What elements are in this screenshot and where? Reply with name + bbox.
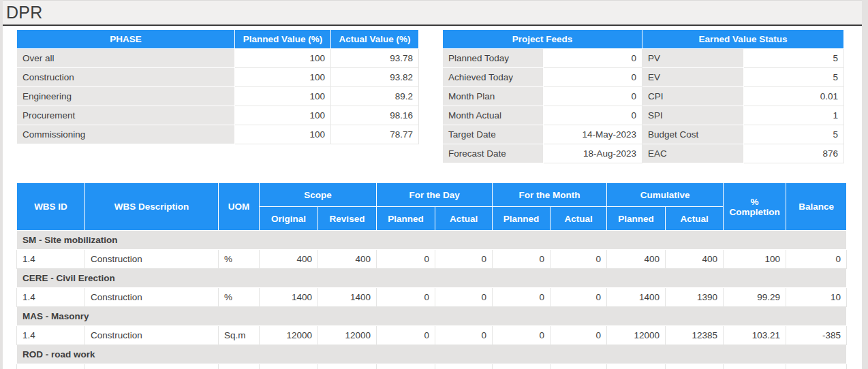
empty-cell — [607, 364, 666, 369]
wbs-header-row-groups: WBS ID WBS Description UOM Scope For the… — [17, 183, 847, 207]
wbs-data-row: 1.4 Construction % 400 400 0 0 0 0 400 4… — [17, 250, 847, 269]
ev-label-cell: Budget Cost — [642, 125, 744, 144]
ev-label-cell: EV — [642, 68, 744, 87]
feed-value-cell: 0 — [544, 49, 642, 68]
wbs-group-name: SM - Site mobilization — [17, 231, 847, 250]
uom-cell: Sq.m — [219, 326, 260, 345]
uom-cell: % — [219, 288, 260, 307]
cumulative-actual-cell: 400 — [666, 250, 724, 269]
for-the-day-column-header: For the Day — [377, 183, 493, 207]
wbs-data-row: 1.4 Construction % 1400 1400 0 0 0 0 140… — [17, 288, 847, 307]
pct-completion-cell: 100 — [724, 250, 786, 269]
phase-table: PHASE Planned Value (%) Actual Value (%)… — [16, 29, 419, 144]
wbs-group-name: CERE - Civil Erection — [17, 269, 847, 288]
scope-revised-subheader: Revised — [318, 207, 377, 231]
cumulative-actual-cell: 12385 — [666, 326, 724, 345]
ev-label-cell: PV — [642, 49, 744, 68]
day-planned-cell: 0 — [377, 326, 435, 345]
empty-cell — [260, 364, 318, 369]
wbs-description-column-header: WBS Description — [85, 183, 219, 231]
balance-column-header: Balance — [786, 183, 847, 231]
day-planned-cell: 0 — [377, 250, 435, 269]
phase-row-construction: Construction 100 93.82 — [17, 68, 419, 87]
month-planned-cell: 0 — [493, 250, 551, 269]
day-planned-subheader: Planned — [377, 207, 435, 231]
uom-column-header: UOM — [219, 183, 260, 231]
feed-value-cell: 0 — [544, 68, 642, 87]
empty-cell — [377, 364, 435, 369]
feeds-row-forecast-date: Forecast Date 18-Aug-2023 EAC 876 — [443, 144, 844, 163]
feed-label-cell: Month Actual — [443, 106, 544, 125]
feed-label-cell: Target Date — [443, 125, 544, 144]
balance-cell: 10 — [786, 288, 847, 307]
actual-value-cell: 93.78 — [331, 49, 419, 68]
wbs-group-row-cere: CERE - Civil Erection — [17, 269, 847, 288]
ev-value-cell: 1 — [744, 106, 844, 125]
feeds-row-planned-today: Planned Today 0 PV 5 — [443, 49, 844, 68]
cumulative-planned-cell: 1400 — [607, 288, 666, 307]
wbs-data-row: 1.4 Construction Sq.m 12000 12000 0 0 0 … — [17, 326, 847, 345]
wbs-data-row-partial — [17, 364, 847, 369]
ev-value-cell: 876 — [744, 144, 844, 163]
project-feeds-header: Project Feeds — [443, 30, 642, 49]
scope-original-subheader: Original — [260, 207, 318, 231]
feed-label-cell: Achieved Today — [443, 68, 544, 87]
ev-value-cell: 5 — [744, 68, 844, 87]
feed-value-cell: 0 — [544, 87, 642, 106]
page-title: DPR — [6, 3, 43, 22]
month-actual-cell: 0 — [551, 326, 607, 345]
scope-original-cell: 400 — [260, 250, 318, 269]
planned-value-cell: 100 — [235, 125, 331, 144]
planned-value-column-header: Planned Value (%) — [235, 30, 331, 49]
pct-completion-column-header: % Completion — [724, 183, 786, 231]
feeds-row-month-actual: Month Actual 0 SPI 1 — [443, 106, 844, 125]
month-actual-cell: 0 — [551, 250, 607, 269]
feed-label-cell: Forecast Date — [443, 144, 544, 163]
feeds-table-header-row: Project Feeds Earned Value Status — [443, 30, 844, 49]
actual-value-column-header: Actual Value (%) — [331, 30, 419, 49]
summary-section: PHASE Planned Value (%) Actual Value (%)… — [16, 29, 868, 163]
month-planned-subheader: Planned — [493, 207, 551, 231]
page-right-edge — [862, 0, 868, 369]
planned-value-cell: 100 — [235, 87, 331, 106]
feed-label-cell: Planned Today — [443, 49, 544, 68]
day-actual-cell: 0 — [435, 250, 493, 269]
feed-value-cell: 18-Aug-2023 — [544, 144, 642, 163]
phase-row-engineering: Engineering 100 89.2 — [17, 87, 419, 106]
project-feeds-table: Project Feeds Earned Value Status Planne… — [442, 29, 844, 163]
empty-cell — [551, 364, 607, 369]
day-actual-subheader: Actual — [435, 207, 493, 231]
day-planned-cell: 0 — [377, 288, 435, 307]
phase-row-commissioning: Commissioning 100 78.77 — [17, 125, 419, 144]
day-actual-cell: 0 — [435, 326, 493, 345]
for-the-month-column-header: For the Month — [493, 183, 607, 207]
cumulative-column-header: Cumulative — [607, 183, 724, 207]
month-actual-cell: 0 — [551, 288, 607, 307]
cumulative-planned-cell: 12000 — [607, 326, 666, 345]
ev-label-cell: SPI — [642, 106, 744, 125]
feed-value-cell: 14-May-2023 — [544, 125, 642, 144]
wbs-group-name: ROD - road work — [17, 345, 847, 364]
planned-value-cell: 100 — [235, 49, 331, 68]
phase-name-cell: Procurement — [17, 106, 235, 125]
app-titlebar: DPR — [0, 0, 868, 26]
uom-cell: % — [219, 250, 260, 269]
wbs-group-row-rod: ROD - road work — [17, 345, 847, 364]
empty-cell — [724, 364, 786, 369]
earned-value-status-header: Earned Value Status — [642, 30, 844, 49]
actual-value-cell: 98.16 — [331, 106, 419, 125]
empty-cell — [666, 364, 724, 369]
wbs-id-cell: 1.4 — [17, 288, 85, 307]
page-content: PHASE Planned Value (%) Actual Value (%)… — [0, 26, 868, 369]
empty-cell — [786, 364, 847, 369]
cumulative-planned-subheader: Planned — [607, 207, 666, 231]
page-left-edge — [0, 0, 3, 369]
empty-cell — [493, 364, 551, 369]
wbs-group-row-mas: MAS - Masonry — [17, 307, 847, 326]
ev-value-cell: 5 — [744, 49, 844, 68]
actual-value-cell: 93.82 — [331, 68, 419, 87]
cumulative-actual-cell: 1390 — [666, 288, 724, 307]
wbs-id-cell: 1.4 — [17, 326, 85, 345]
wbs-id-cell: 1.4 — [17, 250, 85, 269]
empty-cell — [85, 364, 219, 369]
